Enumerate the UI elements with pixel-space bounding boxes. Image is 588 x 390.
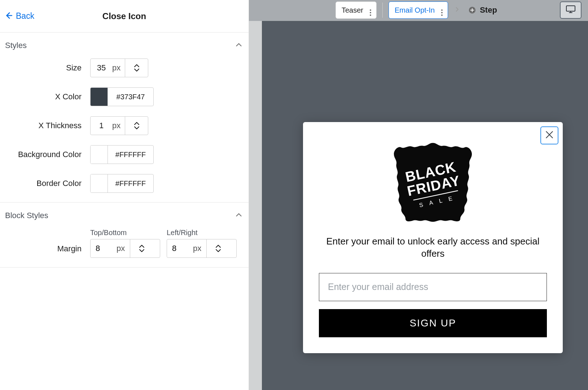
size-input-group: px (90, 58, 148, 77)
row-border-color: Border Color #FFFFFF (5, 174, 243, 193)
row-size: Size px (5, 58, 243, 77)
bg-color-label: Background Color (5, 150, 90, 159)
x-color-swatch (91, 88, 108, 106)
step-toolbar: Teaser Email Opt-In Step (249, 0, 588, 20)
bg-color-hex: #FFFFFF (108, 146, 153, 164)
margin-tb-group: Top/Bottom px (90, 229, 160, 258)
margin-lr-label: Left/Right (167, 229, 237, 237)
section-styles-header[interactable]: Styles (5, 32, 243, 58)
x-color-picker[interactable]: #373F47 (90, 87, 154, 106)
row-x-color: X Color #373F47 (5, 87, 243, 106)
section-block-title: Block Styles (5, 211, 48, 220)
margin-lr-unit: px (192, 239, 206, 257)
popup-preview: BLACK FRIDAY S A L E Enter your email to… (303, 122, 563, 353)
bg-color-picker[interactable]: #FFFFFF (90, 145, 154, 164)
sidebar-header: Back Close Icon (0, 0, 249, 32)
size-label: Size (5, 63, 90, 73)
border-color-hex: #FFFFFF (108, 174, 153, 192)
more-menu-icon[interactable] (368, 3, 373, 17)
step-teaser[interactable]: Teaser (335, 1, 377, 19)
margin-tb-label: Top/Bottom (90, 229, 160, 237)
x-thickness-stepper[interactable] (125, 117, 148, 135)
size-input[interactable] (91, 59, 112, 77)
border-color-label: Border Color (5, 179, 90, 188)
add-step-label: Step (480, 5, 497, 15)
x-color-hex: #373F47 (108, 88, 153, 106)
margin-tb-unit: px (115, 239, 130, 257)
margin-tb-stepper[interactable] (130, 239, 153, 257)
x-thickness-input-group: px (90, 116, 148, 135)
x-thickness-unit: px (112, 117, 125, 135)
border-color-swatch (91, 174, 108, 192)
plus-circle-icon (468, 6, 476, 14)
email-input[interactable] (319, 273, 547, 301)
row-bg-color: Background Color #FFFFFF (5, 145, 243, 164)
step-email-opt-in-label: Email Opt-In (395, 6, 435, 14)
x-color-label: X Color (5, 92, 90, 101)
monitor-icon (566, 5, 576, 15)
size-unit: px (112, 59, 125, 77)
chevron-up-icon (234, 40, 243, 51)
black-friday-badge: BLACK FRIDAY S A L E (391, 141, 474, 224)
device-preview-button[interactable] (560, 1, 582, 19)
section-styles: Styles Size px (0, 32, 249, 203)
signup-button[interactable]: SIGN UP (319, 309, 547, 337)
row-x-thickness: X Thickness px (5, 116, 243, 135)
border-color-picker[interactable]: #FFFFFF (90, 174, 154, 193)
margin-tb-input[interactable] (91, 239, 115, 257)
margin-lr-stepper[interactable] (206, 239, 229, 257)
section-block-header[interactable]: Block Styles (5, 203, 243, 229)
more-menu-icon[interactable] (439, 3, 445, 17)
section-block-styles: Block Styles Margin Top/Bottom px (0, 203, 249, 268)
chevron-right-icon (454, 6, 460, 14)
panel-title: Close Icon (0, 11, 249, 21)
back-label: Back (16, 11, 34, 21)
step-email-opt-in[interactable]: Email Opt-In (389, 1, 448, 19)
arrow-left-icon (4, 11, 13, 22)
settings-sidebar: Back Close Icon Styles Size px (0, 0, 249, 390)
close-button[interactable] (540, 126, 558, 144)
size-stepper[interactable] (125, 59, 148, 77)
x-thickness-label: X Thickness (5, 121, 90, 130)
svg-rect-1 (566, 6, 575, 11)
x-thickness-input[interactable] (91, 117, 112, 135)
margin-lr-group: Left/Right px (167, 229, 237, 258)
margin-lr-input[interactable] (167, 239, 192, 257)
margin-label: Margin (5, 244, 90, 258)
row-margin: Margin Top/Bottom px (5, 229, 243, 258)
back-button[interactable]: Back (0, 11, 34, 22)
bg-color-swatch (91, 146, 108, 164)
add-step-button[interactable]: Step (466, 5, 499, 15)
step-teaser-label: Teaser (342, 6, 363, 14)
preview-canvas: BLACK FRIDAY S A L E Enter your email to… (249, 21, 588, 390)
divider (382, 3, 383, 18)
preview-area: Teaser Email Opt-In Step (249, 0, 588, 390)
canvas-gutter (249, 21, 262, 390)
section-styles-title: Styles (5, 41, 27, 50)
close-icon (545, 130, 554, 141)
chevron-up-icon (234, 210, 243, 221)
popup-description: Enter your email to unlock early access … (319, 235, 547, 260)
